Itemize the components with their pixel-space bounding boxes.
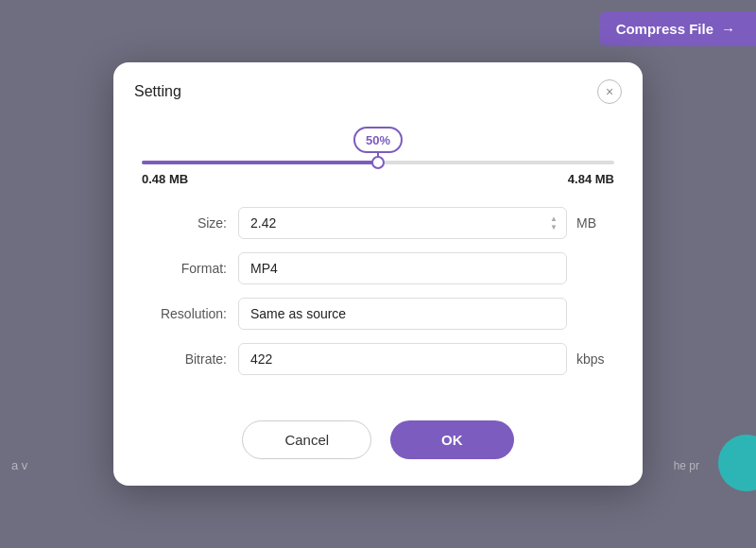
size-input-wrap: ▲ ▼ xyxy=(238,207,567,239)
dialog-title: Setting xyxy=(134,83,181,100)
arrow-icon: → xyxy=(721,21,735,37)
slider-track[interactable] xyxy=(142,161,614,164)
close-icon: × xyxy=(606,85,613,98)
slider-percent-bubble: 50% xyxy=(353,127,403,153)
size-row: Size: ▲ ▼ MB xyxy=(142,207,614,239)
slider-fill xyxy=(142,161,378,164)
settings-dialog: Setting × 50% 0.48 MB 4.84 MB Size: xyxy=(113,62,643,486)
cancel-button[interactable]: Cancel xyxy=(242,420,371,459)
size-input[interactable] xyxy=(238,207,567,239)
bitrate-input[interactable] xyxy=(238,343,567,375)
size-unit: MB xyxy=(576,215,614,231)
spin-down-button[interactable]: ▼ xyxy=(548,224,559,231)
bitrate-label: Bitrate: xyxy=(142,351,227,367)
spin-buttons: ▲ ▼ xyxy=(548,215,559,231)
slider-labels: 0.48 MB 4.84 MB xyxy=(142,172,614,186)
bg-text-left: a v xyxy=(11,458,27,472)
slider-min-label: 0.48 MB xyxy=(142,172,188,186)
slider-section: 50% 0.48 MB 4.84 MB xyxy=(142,127,614,186)
resolution-select[interactable]: Same as source 1080p 720p 480p 360p xyxy=(238,298,567,330)
bitrate-unit: kbps xyxy=(576,351,614,367)
format-input-wrap: MP4 AVI MOV MKV WMV xyxy=(238,252,567,284)
slider-thumb[interactable] xyxy=(371,156,385,169)
bitrate-row: Bitrate: kbps xyxy=(142,343,614,375)
format-select[interactable]: MP4 AVI MOV MKV WMV xyxy=(238,252,567,284)
dialog-body: 50% 0.48 MB 4.84 MB Size: ▲ ▼ xyxy=(113,117,643,415)
format-row: Format: MP4 AVI MOV MKV WMV xyxy=(142,252,614,284)
format-label: Format: xyxy=(142,261,227,276)
size-label: Size: xyxy=(142,215,227,231)
resolution-label: Resolution: xyxy=(142,306,227,321)
ok-button[interactable]: OK xyxy=(390,420,514,459)
slider-percent-label: 50% xyxy=(366,133,390,147)
form-section: Size: ▲ ▼ MB Format: MP4 AVI MO xyxy=(142,207,614,375)
close-button[interactable]: × xyxy=(597,79,622,104)
resolution-input-wrap: Same as source 1080p 720p 480p 360p xyxy=(238,298,567,330)
spin-up-button[interactable]: ▲ xyxy=(548,215,559,223)
resolution-row: Resolution: Same as source 1080p 720p 48… xyxy=(142,298,614,330)
bitrate-input-wrap xyxy=(238,343,567,375)
slider-max-label: 4.84 MB xyxy=(568,172,614,186)
compress-file-button[interactable]: Compress File → xyxy=(599,11,756,46)
bg-text-right: he pr xyxy=(674,459,699,472)
dialog-footer: Cancel OK xyxy=(113,415,643,486)
compress-file-label: Compress File xyxy=(616,21,713,37)
dialog-header: Setting × xyxy=(113,62,643,117)
